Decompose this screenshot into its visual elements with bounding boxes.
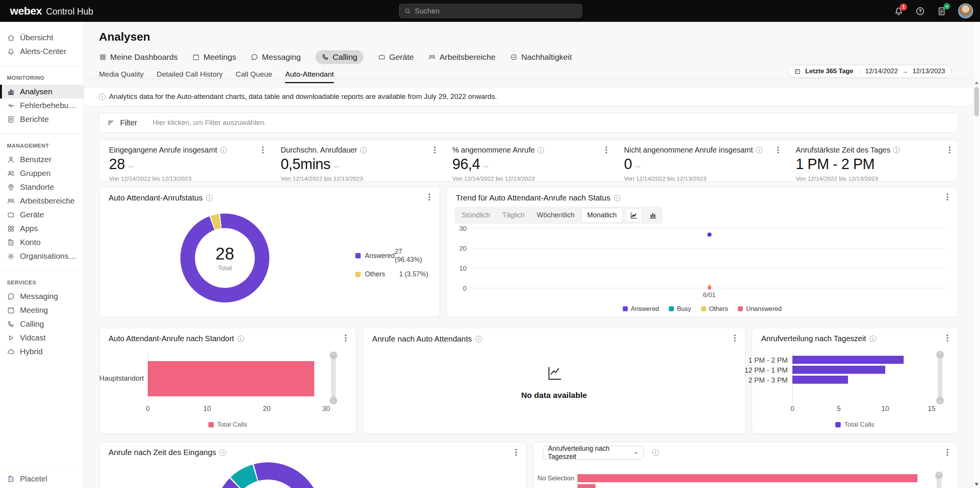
data-point-answered[interactable] [707, 232, 711, 237]
info-icon[interactable]: i [238, 335, 244, 342]
info-icon[interactable]: i [869, 335, 876, 342]
scroll-up-icon[interactable] [975, 81, 978, 84]
info-icon[interactable]: i [893, 147, 900, 153]
kebab-menu[interactable] [511, 448, 521, 458]
kebab-menu[interactable] [942, 192, 952, 202]
bar-1pm-2pm[interactable] [792, 356, 904, 364]
info-icon[interactable]: i [220, 147, 227, 153]
bar-chart-view-button[interactable] [645, 208, 661, 222]
info-icon[interactable]: i [538, 147, 544, 153]
sidebar-footer-placetel[interactable]: Placetel [0, 470, 84, 488]
tab-meetings[interactable]: Meetings [192, 53, 236, 62]
kebab-menu[interactable] [341, 334, 351, 343]
data-point-unanswered[interactable] [708, 286, 711, 290]
legend-others[interactable]: Others1 (3.57%) [355, 270, 428, 278]
sidebar-item-vidcast[interactable]: Vidcast [0, 331, 84, 345]
scroll-up-icon[interactable]: ⌃ [935, 472, 943, 479]
call-status-donut[interactable]: 28 Total [180, 214, 269, 302]
info-icon[interactable]: i [475, 336, 482, 342]
kebab-menu[interactable] [773, 145, 783, 155]
sidebar-item-hybrid[interactable]: Hybrid [0, 345, 84, 358]
scroll-down-icon[interactable]: ⌄ [936, 397, 944, 404]
sidebar-item-benutzer[interactable]: Benutzer [0, 153, 84, 166]
bar-partial[interactable] [577, 484, 596, 488]
sidebar-item-calling[interactable]: Calling [0, 317, 84, 331]
scroll-up-icon[interactable]: ⌃ [330, 352, 337, 359]
info-icon[interactable]: i [652, 449, 659, 456]
scrollbar-thumb[interactable] [974, 87, 979, 116]
filter-bar[interactable]: Filter Hier klicken, um Filter auszuwähl… [99, 113, 958, 133]
subtab-detailed-call-history[interactable]: Detailed Call History [157, 70, 223, 83]
tab-geraete[interactable]: Geräte [378, 53, 414, 62]
sidebar-item-alerts-center[interactable]: Alerts-Center [0, 44, 84, 58]
info-icon[interactable]: i [206, 195, 213, 201]
kebab-menu[interactable] [430, 145, 440, 155]
sidebar-item-analysen[interactable]: Analysen [0, 85, 84, 99]
toggle-taeglich[interactable]: Täglich [497, 208, 530, 222]
sidebar-item-messaging[interactable]: Messaging [0, 289, 84, 303]
chart-scrollbar[interactable]: ⌃ [937, 475, 941, 488]
toggle-stuendlich[interactable]: Stündlich [456, 208, 496, 222]
line-chart-view-button[interactable] [626, 208, 642, 222]
chart-scrollbar[interactable]: ⌃ ⌄ [331, 355, 336, 401]
kebab-menu[interactable] [258, 145, 268, 155]
scroll-up-icon[interactable]: ⌃ [936, 351, 944, 358]
legend-unanswered[interactable]: Unanswered [738, 305, 782, 312]
toggle-woechentlich[interactable]: Wöchentlich [531, 208, 580, 222]
info-icon[interactable]: i [756, 147, 762, 153]
page-scrollbar[interactable] [972, 22, 980, 488]
chart-scrollbar[interactable]: ⌃ ⌄ [938, 354, 942, 401]
sidebar-item-konto[interactable]: Konto [0, 235, 84, 249]
sidebar-item-geraete[interactable]: Geräte [0, 208, 84, 222]
scroll-down-icon[interactable] [975, 483, 978, 486]
subtab-auto-attendant[interactable]: Auto-Attendant [285, 70, 334, 83]
legend-answered[interactable]: Answered [623, 305, 659, 312]
sidebar-item-apps[interactable]: Apps [0, 222, 84, 235]
kebab-menu[interactable] [942, 334, 952, 343]
info-icon[interactable]: i [219, 449, 226, 456]
kebab-menu[interactable] [942, 448, 952, 458]
kebab-menu[interactable] [424, 192, 434, 202]
search-box[interactable] [399, 4, 582, 18]
bar-no-selection[interactable] [577, 474, 917, 482]
entry-time-donut[interactable] [214, 462, 322, 488]
tab-meine-dashboards[interactable]: Meine Dashboards [99, 53, 178, 62]
search-input[interactable] [415, 7, 577, 15]
legend-busy[interactable]: Busy [669, 305, 691, 312]
kebab-menu[interactable] [945, 145, 955, 155]
legend-answered[interactable]: Answered27 (96.43%) [355, 248, 428, 264]
sidebar-item-organisationseinstellungen[interactable]: Organisationseinstellun... [0, 249, 84, 263]
tab-messaging[interactable]: Messaging [251, 53, 301, 62]
date-end[interactable]: 12/13/2023 [912, 67, 945, 75]
sidebar-item-gruppen[interactable]: Gruppen [0, 166, 84, 180]
sidebar-item-arbeitsbereiche[interactable]: Arbeitsbereiche [0, 194, 84, 208]
bar-2pm-3pm[interactable] [792, 376, 848, 384]
info-icon[interactable]: i [360, 147, 367, 153]
scroll-down-icon[interactable]: ⌄ [330, 397, 337, 404]
toggle-monatlich[interactable]: Monatlich [581, 208, 623, 223]
date-range-picker[interactable]: Letzte 365 Tage 12/14/2022 → 12/13/2023 [788, 65, 952, 78]
filter-placeholder[interactable]: Hier klicken, um Filter auszuwählen. [152, 118, 266, 127]
tab-calling[interactable]: Calling [315, 50, 363, 64]
sidebar-item-fehlerbehebung[interactable]: Fehlerbehebung [0, 99, 84, 112]
whats-new-icon[interactable] [937, 6, 947, 16]
tab-arbeitsbereiche[interactable]: Arbeitsbereiche [428, 53, 495, 62]
brand-logo[interactable]: webex Control Hub [10, 5, 93, 17]
sidebar-item-berichte[interactable]: Berichte [0, 112, 84, 126]
avatar[interactable] [958, 3, 973, 18]
notifications-bell-icon[interactable]: 1 [894, 6, 904, 16]
subtab-media-quality[interactable]: Media Quality [99, 70, 144, 83]
tab-nachhaltigkeit[interactable]: Nachhaltigkeit [510, 53, 572, 62]
sidebar-item-standorte[interactable]: Standorte [0, 180, 84, 194]
chart-select-dropdown[interactable]: Anrufverteilung nach Tageszeit [543, 446, 643, 460]
sidebar-item-uebersicht[interactable]: Übersicht [0, 31, 84, 44]
info-icon[interactable]: i [614, 195, 620, 201]
date-start[interactable]: 12/14/2022 [865, 67, 898, 75]
bar-hauptstandort[interactable] [148, 361, 314, 396]
help-icon[interactable] [915, 6, 925, 16]
bar-12pm-1pm[interactable] [792, 366, 885, 374]
sidebar-item-meeting[interactable]: Meeting [0, 303, 84, 317]
kebab-menu[interactable] [730, 334, 740, 343]
subtab-call-queue[interactable]: Call Queue [236, 70, 272, 83]
legend-others[interactable]: Others [701, 305, 728, 312]
